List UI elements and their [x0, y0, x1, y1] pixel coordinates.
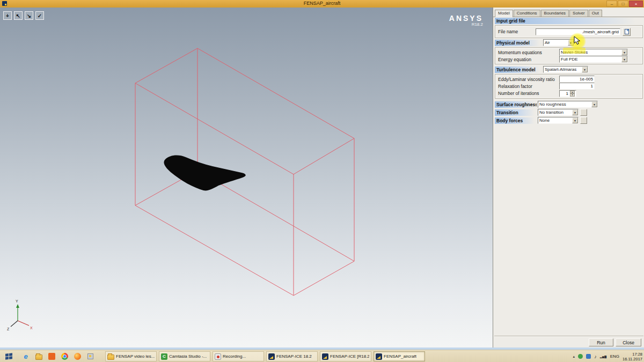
- turbulence-model-value: Spalart-Allmaras: [544, 67, 582, 72]
- start-button[interactable]: [0, 350, 18, 362]
- eddy-viscosity-input[interactable]: [559, 76, 595, 83]
- fensap-icon: [268, 353, 275, 360]
- viewport-canvas[interactable]: Y X Z: [0, 8, 493, 348]
- confirm-view-button[interactable]: ✓: [35, 11, 44, 20]
- surface-roughness-select[interactable]: No roughness ▼: [538, 101, 598, 108]
- chevron-down-icon[interactable]: ▼: [572, 109, 578, 115]
- panel-divider: [494, 336, 643, 337]
- tabs-divider: [493, 17, 644, 17]
- maximize-button[interactable]: □: [618, 1, 628, 7]
- network-icon[interactable]: ▂▅▇: [600, 355, 607, 358]
- system-tray: ▴ ♪ ▂▅▇ ENG 17:28 16.11.2017: [573, 350, 642, 362]
- clock[interactable]: 17:28 16.11.2017: [623, 352, 642, 361]
- close-window-button[interactable]: ×: [629, 1, 643, 7]
- viewport-3d[interactable]: + ↖ ↘ ✓ ANSYS R18.2 Y: [0, 8, 493, 348]
- task-fensap-video[interactable]: FENSAP video les...: [105, 351, 157, 361]
- body-forces-header: Body forces: [495, 117, 537, 124]
- relaxation-factor-input[interactable]: [559, 83, 595, 90]
- turbulence-model-select[interactable]: Spalart-Allmaras ▼: [543, 66, 588, 73]
- tab-solver[interactable]: Solver: [569, 10, 588, 17]
- transition-value: No transition: [538, 110, 572, 115]
- task-fensap-ice-18[interactable]: FENSAP-ICE 18.2: [266, 351, 318, 361]
- chevron-down-icon[interactable]: ▼: [591, 101, 597, 107]
- iterations-input[interactable]: ▲ ▼: [559, 90, 576, 97]
- task-label: FENSAP_aircraft: [384, 354, 416, 359]
- task-label: Camtasia Studio -...: [169, 354, 207, 359]
- clock-time: 17:28: [623, 352, 642, 357]
- spinner-down-icon[interactable]: ▼: [570, 93, 575, 97]
- application-window: FENSAP_aircraft – □ × + ↖ ↘ ✓ ANSYS R18.…: [0, 0, 644, 362]
- turbulence-params-group: Eddy/Laminar viscosity ratio Relaxation …: [495, 74, 643, 99]
- equations-group: Momentum equations Navier-Stokes ▼ Energ…: [495, 47, 643, 64]
- energy-equation-select[interactable]: Full PDE ▼: [559, 56, 628, 63]
- file-icon: [625, 29, 629, 34]
- fensap-icon: [322, 353, 328, 360]
- iterations-label: Number of iterations: [498, 91, 559, 96]
- hidden-icons-button[interactable]: ▴: [573, 354, 575, 359]
- axis-z-label: Z: [7, 327, 10, 331]
- clock-date: 16.11.2017: [623, 357, 642, 361]
- recorder-icon: [215, 353, 221, 360]
- tab-conditions[interactable]: Conditions: [514, 10, 540, 17]
- app-tray-icon[interactable]: [586, 354, 591, 359]
- tab-out[interactable]: Out: [589, 10, 602, 17]
- chevron-down-icon[interactable]: ▼: [582, 67, 588, 72]
- chevron-down-icon[interactable]: ▼: [621, 56, 627, 62]
- antivirus-tray-icon[interactable]: [578, 354, 583, 359]
- utility-app-icon: [87, 353, 93, 359]
- firefox-button[interactable]: [73, 352, 82, 361]
- language-indicator[interactable]: ENG: [610, 354, 619, 359]
- firefox-icon: [74, 353, 81, 360]
- viewport-toolbar: + ↖ ↘ ✓: [3, 11, 44, 20]
- window-title: FENSAP_aircraft: [0, 1, 644, 6]
- utility-app-button[interactable]: [86, 352, 94, 361]
- physical-model-header: Physical model: [495, 40, 542, 46]
- zoom-box-button[interactable]: ↘: [25, 11, 33, 20]
- select-arrow-button[interactable]: ↖: [14, 11, 23, 20]
- browse-button[interactable]: [623, 28, 631, 36]
- volume-icon[interactable]: ♪: [594, 354, 597, 359]
- task-label: FENSAP-ICE [R18.2]: [330, 354, 369, 359]
- folder-icon: [107, 354, 114, 360]
- momentum-equations-label: Momentum equations: [498, 50, 559, 55]
- task-label: FENSAP video les...: [116, 354, 155, 359]
- folder-icon: [35, 354, 42, 360]
- ansys-version-text: R18.2: [449, 22, 483, 27]
- body-forces-select[interactable]: None ▼: [538, 117, 579, 124]
- tab-boundaries[interactable]: Boundaries: [541, 10, 569, 17]
- task-camtasia-studio[interactable]: C Camtasia Studio -...: [159, 351, 210, 361]
- close-button[interactable]: Close: [616, 338, 641, 346]
- chevron-down-icon[interactable]: ▼: [621, 49, 627, 55]
- body-forces-options-button[interactable]: [580, 117, 587, 124]
- title-bar: FENSAP_aircraft – □ ×: [0, 0, 644, 8]
- iterations-spinner: ▲ ▼: [570, 91, 575, 97]
- minimize-button[interactable]: –: [606, 1, 617, 7]
- panel-tabs: Model Conditions Boundaries Solver Out: [495, 9, 603, 17]
- domain-wireframe-box: [135, 48, 354, 295]
- zoom-extents-button[interactable]: +: [3, 11, 12, 20]
- tab-model[interactable]: Model: [495, 10, 513, 17]
- task-fensap-ice-r182[interactable]: FENSAP-ICE [R18.2]: [320, 351, 371, 361]
- run-button[interactable]: Run: [589, 338, 613, 346]
- file-explorer-button[interactable]: [34, 352, 43, 361]
- axis-triad: Y X Z: [7, 299, 33, 331]
- orange-app-icon: [48, 353, 55, 360]
- aircraft-silhouette: [164, 156, 245, 191]
- internet-explorer-button[interactable]: e: [21, 352, 30, 361]
- taskbar: e FENSAP video les...: [0, 350, 644, 362]
- chevron-down-icon[interactable]: ▼: [572, 117, 578, 123]
- input-grid-file-group: File name: [495, 25, 643, 38]
- task-recording[interactable]: Recording...: [213, 351, 264, 361]
- file-name-label: File name: [498, 29, 536, 34]
- task-label: FENSAP-ICE 18.2: [276, 354, 312, 359]
- momentum-equations-select[interactable]: Navier-Stokes ▼: [559, 49, 628, 56]
- iterations-value[interactable]: [561, 91, 568, 96]
- transition-select[interactable]: No transition ▼: [538, 109, 579, 116]
- task-fensap-aircraft[interactable]: FENSAP_aircraft: [374, 351, 425, 361]
- settings-panel: Model Conditions Boundaries Solver Out I…: [493, 8, 644, 348]
- transition-options-button[interactable]: [580, 109, 587, 116]
- body-forces-value: None: [538, 118, 572, 123]
- orange-app-button[interactable]: [47, 352, 56, 361]
- ansys-logo: ANSYS R18.2: [449, 14, 483, 27]
- chrome-button[interactable]: [60, 352, 69, 361]
